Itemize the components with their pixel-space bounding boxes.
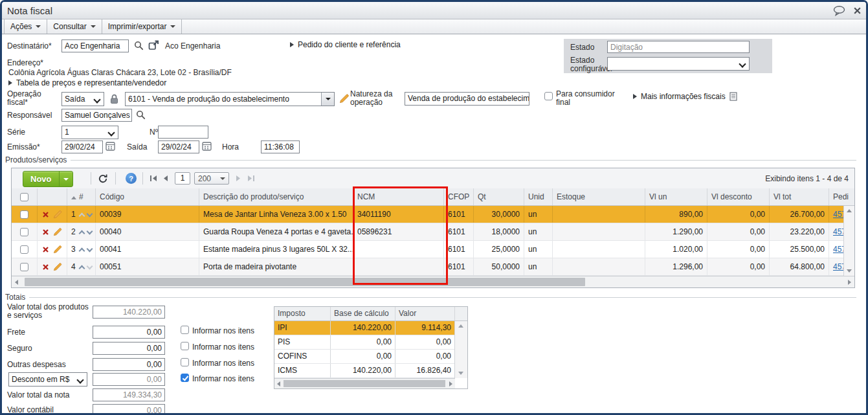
- scrollbar-thumb[interactable]: [284, 380, 445, 387]
- refresh-icon[interactable]: [98, 174, 108, 184]
- taxes-horizontal-scrollbar[interactable]: [274, 378, 455, 388]
- desconto-tipo-select[interactable]: Desconto em R$: [8, 372, 87, 387]
- pedido-link[interactable]: 4577: [833, 262, 843, 271]
- pedido-link[interactable]: 4577: [833, 210, 843, 219]
- search-icon[interactable]: [136, 110, 146, 120]
- row-checkbox[interactable]: [20, 245, 28, 254]
- operacao-fiscal-combo[interactable]: 6101 - Venda de produção do estabelecime…: [125, 92, 335, 106]
- delete-row-icon[interactable]: [43, 247, 49, 252]
- first-page-icon[interactable]: [150, 175, 157, 182]
- edit-row-icon[interactable]: [53, 227, 62, 236]
- move-down-icon[interactable]: [86, 246, 93, 252]
- last-page-icon[interactable]: [247, 175, 255, 182]
- move-down-icon[interactable]: [86, 264, 93, 270]
- header-unid[interactable]: Unid: [524, 188, 553, 205]
- edit-row-icon[interactable]: [53, 210, 62, 219]
- calendar-icon[interactable]: [106, 141, 115, 151]
- scroll-down-icon[interactable]: [847, 269, 852, 273]
- header-num[interactable]: #: [67, 188, 96, 205]
- scroll-right-icon[interactable]: [449, 381, 452, 387]
- tax-row[interactable]: ICMS140.220,0016.826,40: [274, 364, 467, 378]
- header-base-calculo[interactable]: Base de cálculo: [331, 307, 395, 320]
- tax-row[interactable]: COFINS0,000,00: [274, 350, 467, 364]
- page-size-select[interactable]: 200: [194, 172, 229, 185]
- horizontal-scrollbar[interactable]: [12, 276, 854, 287]
- close-icon[interactable]: [854, 7, 861, 14]
- external-link-icon[interactable]: [148, 40, 159, 50]
- delete-row-icon[interactable]: [43, 229, 49, 235]
- table-row[interactable]: 100039Mesa de Jantar Linha Veneza 3.00 x…: [12, 206, 843, 223]
- header-codigo[interactable]: Código: [96, 188, 199, 205]
- header-ncm[interactable]: NCM: [353, 188, 444, 205]
- tax-row[interactable]: IPI140.220,009.114,30: [274, 321, 467, 335]
- novo-dropdown-button[interactable]: [59, 172, 72, 186]
- prev-page-icon[interactable]: [162, 175, 168, 182]
- header-imposto[interactable]: Imposto: [274, 307, 331, 320]
- taxes-vertical-scrollbar[interactable]: [454, 321, 467, 378]
- row-checkbox[interactable]: [20, 210, 28, 219]
- header-cfop[interactable]: CFOP: [444, 188, 474, 205]
- header-vl-un[interactable]: Vl un: [645, 188, 707, 205]
- scroll-up-icon[interactable]: [847, 209, 852, 212]
- edit-row-icon[interactable]: [53, 245, 62, 254]
- estado-configuravel-select[interactable]: [607, 57, 750, 71]
- delete-row-icon[interactable]: [43, 264, 49, 270]
- header-pedido[interactable]: Pedi: [829, 188, 854, 205]
- scroll-left-icon[interactable]: [277, 381, 280, 387]
- delete-row-icon[interactable]: [43, 212, 49, 218]
- responsavel-input[interactable]: Samuel Gonçalves: [61, 109, 132, 122]
- para-consumidor-checkbox[interactable]: [544, 92, 553, 100]
- table-row[interactable]: 200040Guarda Roupa Veneza 4 portas e 4 g…: [12, 223, 843, 241]
- saida-input[interactable]: 29/02/24: [158, 140, 199, 153]
- serie-select[interactable]: 1: [61, 126, 118, 139]
- natureza-operacao-input[interactable]: Venda de produção do estabelecime: [405, 92, 529, 106]
- row-checkbox[interactable]: [20, 263, 28, 271]
- scrollbar-thumb[interactable]: [25, 278, 585, 286]
- pedido-link[interactable]: 4577: [833, 227, 843, 236]
- table-row[interactable]: 400051Porta de madeira pivotante610150,0…: [12, 258, 843, 276]
- search-icon[interactable]: [134, 41, 144, 50]
- comment-bubble-icon[interactable]: [832, 5, 846, 16]
- frete-informar-checkbox[interactable]: [181, 326, 189, 334]
- pedido-cliente-toggle[interactable]: Pedido do cliente e referência: [290, 40, 401, 49]
- next-page-icon[interactable]: [236, 175, 241, 182]
- edit-row-icon[interactable]: [53, 262, 62, 271]
- move-down-icon[interactable]: [86, 211, 93, 218]
- move-down-icon[interactable]: [86, 229, 93, 235]
- desconto-informar-checkbox[interactable]: [181, 374, 189, 382]
- outras-informar-checkbox[interactable]: [181, 358, 189, 366]
- select-all-checkbox[interactable]: [20, 193, 28, 201]
- frete-input[interactable]: 0,00: [93, 326, 165, 339]
- header-select-all[interactable]: [12, 188, 38, 205]
- calendar-icon[interactable]: [202, 141, 212, 151]
- move-up-icon[interactable]: [78, 248, 85, 254]
- move-up-icon[interactable]: [78, 230, 85, 237]
- move-up-icon[interactable]: [78, 265, 85, 272]
- destinatario-input[interactable]: Aco Engenharia: [61, 39, 129, 52]
- combo-dropdown-button[interactable]: [321, 93, 334, 106]
- header-valor[interactable]: Valor: [395, 307, 455, 320]
- tax-row[interactable]: PIS0,000,00: [274, 335, 467, 350]
- menu-acoes[interactable]: Ações: [4, 19, 47, 34]
- vertical-scrollbar[interactable]: [843, 206, 854, 276]
- scroll-right-icon[interactable]: [848, 280, 851, 285]
- move-up-icon[interactable]: [78, 213, 85, 219]
- header-estoque[interactable]: Estoque: [553, 188, 645, 205]
- row-checkbox[interactable]: [20, 228, 28, 236]
- edit-pencil-icon[interactable]: [339, 93, 350, 104]
- emissao-input[interactable]: 29/02/24: [61, 140, 103, 153]
- menu-consultar[interactable]: Consultar: [47, 19, 102, 34]
- mais-informacoes-toggle[interactable]: Mais informações fiscais: [633, 92, 737, 101]
- seguro-informar-checkbox[interactable]: [181, 342, 189, 350]
- numero-input[interactable]: [158, 126, 208, 139]
- header-descricao[interactable]: Descrição do produto/serviço: [199, 188, 353, 205]
- seguro-input[interactable]: 0,00: [93, 342, 165, 355]
- scroll-down-icon[interactable]: [458, 372, 463, 375]
- header-qt[interactable]: Qt: [474, 188, 524, 205]
- header-vl-desconto[interactable]: Vl desconto: [707, 188, 770, 205]
- header-vl-tot[interactable]: Vl tot: [770, 188, 829, 205]
- help-icon[interactable]: ?: [126, 173, 137, 184]
- table-row[interactable]: 300041Estante madeira pinus 3 lugares 50…: [12, 241, 843, 258]
- scroll-left-icon[interactable]: [15, 280, 18, 285]
- novo-button[interactable]: Novo: [23, 171, 73, 187]
